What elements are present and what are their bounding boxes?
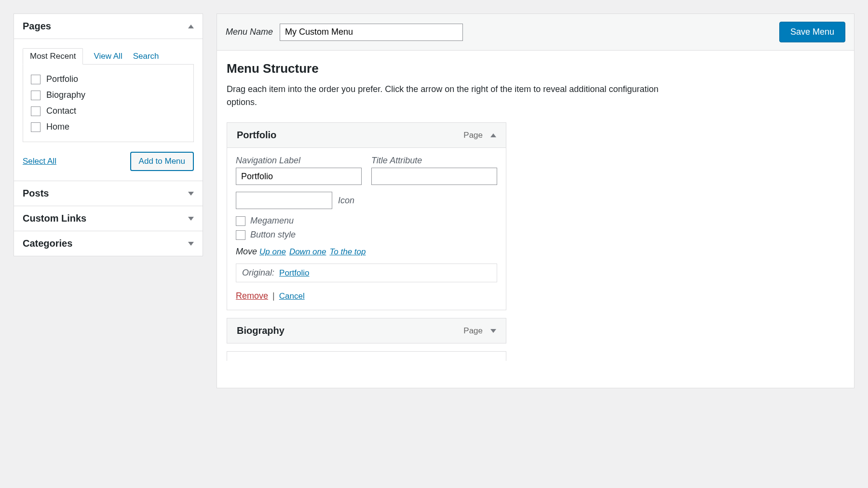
- menu-item[interactable]: Biography Page: [227, 318, 506, 343]
- separator: |: [272, 291, 275, 301]
- megamenu-checkbox[interactable]: [236, 216, 245, 226]
- page-item: Biography: [31, 87, 186, 103]
- section-title: Menu Structure: [227, 61, 844, 76]
- icon-label: Icon: [338, 196, 354, 206]
- tab-view-all[interactable]: View All: [94, 49, 122, 64]
- checkbox[interactable]: [31, 106, 41, 116]
- title-attr-input[interactable]: [371, 168, 497, 185]
- move-up-link[interactable]: Up one: [259, 247, 286, 256]
- menu-item-partial[interactable]: [227, 351, 506, 361]
- select-all-link[interactable]: Select All: [23, 157, 56, 166]
- icon-input[interactable]: [236, 192, 332, 209]
- original-link[interactable]: Portfolio: [279, 268, 309, 277]
- original-label: Original:: [242, 268, 274, 277]
- page-item: Portfolio: [31, 71, 186, 87]
- panel-posts-header[interactable]: Posts: [14, 181, 203, 206]
- menu-item[interactable]: Portfolio Page Navigation Label: [227, 122, 506, 310]
- nav-label-label: Navigation Label: [236, 156, 362, 166]
- menu-name-input[interactable]: [280, 24, 463, 41]
- page-item: Home: [31, 119, 186, 135]
- move-down-link[interactable]: Down one: [289, 247, 326, 256]
- panel-title: Posts: [23, 188, 49, 199]
- menu-item-type: Page: [463, 326, 483, 336]
- checkbox[interactable]: [31, 75, 41, 84]
- add-to-menu-button[interactable]: Add to Menu: [130, 152, 194, 171]
- page-label: Portfolio: [46, 74, 78, 84]
- megamenu-label: Megamenu: [250, 216, 294, 226]
- panel-custom-links-header[interactable]: Custom Links: [14, 206, 203, 231]
- chevron-down-icon: [188, 192, 194, 196]
- move-label: Move: [236, 247, 257, 256]
- menu-item-header[interactable]: Biography Page: [227, 318, 506, 343]
- menu-item-title: Biography: [237, 325, 285, 336]
- panel-title: Custom Links: [23, 213, 86, 224]
- checkbox[interactable]: [31, 122, 41, 132]
- menu-item-title: Portfolio: [237, 130, 276, 141]
- panel-categories-header[interactable]: Categories: [14, 231, 203, 256]
- move-top-link[interactable]: To the top: [329, 247, 366, 256]
- chevron-up-icon: [490, 133, 496, 137]
- cancel-link[interactable]: Cancel: [279, 291, 305, 301]
- tab-most-recent[interactable]: Most Recent: [23, 48, 83, 65]
- button-style-label: Button style: [250, 230, 296, 240]
- chevron-down-icon: [188, 242, 194, 246]
- page-label: Contact: [46, 106, 76, 116]
- chevron-up-icon: [188, 25, 194, 28]
- panel-title: Categories: [23, 238, 72, 249]
- button-style-checkbox[interactable]: [236, 230, 245, 240]
- title-attr-label: Title Attribute: [371, 156, 497, 166]
- menu-name-label: Menu Name: [226, 27, 273, 37]
- chevron-down-icon: [490, 329, 496, 333]
- save-menu-button[interactable]: Save Menu: [779, 22, 845, 42]
- menu-item-type: Page: [463, 131, 483, 140]
- menu-item-header[interactable]: Portfolio Page: [227, 123, 506, 148]
- nav-label-input[interactable]: [236, 168, 362, 185]
- chevron-down-icon: [188, 217, 194, 221]
- remove-link[interactable]: Remove: [236, 291, 268, 301]
- checkbox[interactable]: [31, 91, 41, 100]
- page-item: Contact: [31, 103, 186, 119]
- page-label: Biography: [46, 90, 85, 100]
- help-text: Drag each item into the order you prefer…: [227, 83, 690, 109]
- panel-pages-header[interactable]: Pages: [14, 14, 203, 39]
- tab-search[interactable]: Search: [133, 49, 159, 64]
- panel-title: Pages: [23, 21, 51, 32]
- page-label: Home: [46, 122, 69, 132]
